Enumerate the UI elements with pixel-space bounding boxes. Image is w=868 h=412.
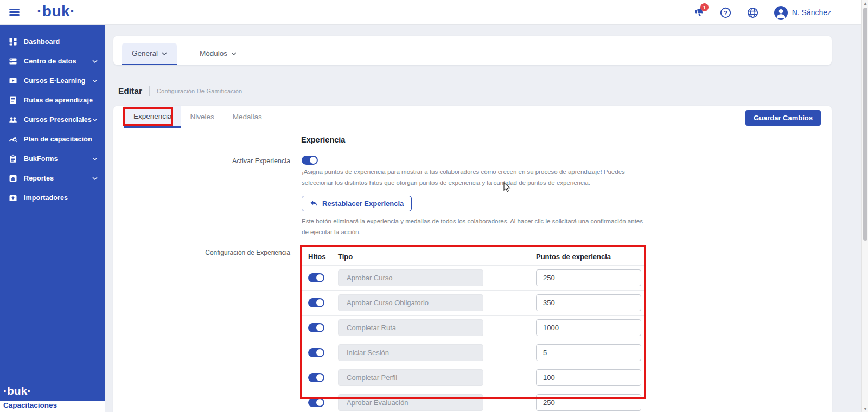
sidebar-footer-caption: Capacitaciones: [3, 401, 57, 409]
tab-modulos[interactable]: Módulos: [190, 43, 246, 65]
notifications-icon[interactable]: 1: [693, 7, 705, 18]
page-title: Editar: [118, 86, 142, 96]
undo-icon: [310, 199, 318, 208]
puntos-input[interactable]: [536, 294, 641, 311]
hito-toggle[interactable]: [308, 323, 324, 332]
user-name: N. Sánchez: [792, 8, 831, 17]
reports-icon: [9, 174, 17, 183]
tipo-input: [338, 294, 483, 311]
sidebar-item-label: Rutas de aprendizaje: [24, 96, 93, 104]
scrollbar-thumb[interactable]: [863, 8, 867, 241]
tipo-input: [338, 369, 483, 386]
help-icon[interactable]: ?: [720, 7, 732, 18]
chevron-down-icon: [162, 52, 167, 55]
tab-general[interactable]: General: [122, 43, 177, 65]
sidebar-item-label: Centro de datos: [24, 57, 76, 65]
col-header-puntos: Puntos de experiencia: [536, 253, 646, 261]
hito-toggle[interactable]: [308, 298, 324, 307]
scrollbar-down-arrow[interactable]: ▼: [862, 405, 868, 412]
breadcrumb-divider: [149, 86, 150, 96]
learning-path-icon: [9, 96, 17, 105]
sidebar-item-cursos-elearning[interactable]: Cursos E-Learning: [0, 71, 105, 91]
module-tabs-card: General Módulos: [113, 36, 832, 65]
puntos-input[interactable]: [536, 344, 641, 361]
data-center-icon: [9, 57, 17, 66]
table-row: [302, 315, 646, 340]
sidebar-item-cursos-presenciales[interactable]: Cursos Presenciales: [0, 110, 105, 130]
tipo-input: [338, 344, 483, 361]
tab-niveles-label: Niveles: [190, 113, 214, 121]
sidebar-item-label: Reportes: [24, 175, 54, 182]
table-row: [302, 365, 646, 390]
experience-description: ¡Asigna puntos de experiencia para mostr…: [302, 166, 650, 188]
dashboard-icon: [9, 37, 17, 46]
tab-medallas[interactable]: Medallas: [224, 106, 271, 128]
puntos-input[interactable]: [536, 319, 641, 336]
col-header-tipo: Tipo: [338, 253, 536, 261]
user-menu[interactable]: N. Sánchez: [774, 6, 831, 20]
elearning-icon: [9, 76, 17, 85]
sidebar-footer-logo: ·buk·: [3, 384, 31, 397]
tipo-input: [338, 394, 483, 411]
tab-general-label: General: [132, 49, 158, 57]
puntos-input[interactable]: [536, 369, 641, 386]
sidebar-item-importadores[interactable]: Importadores: [0, 188, 105, 208]
chevron-down-icon: [92, 79, 98, 82]
config-experience-label: Configuración de Experiencia: [149, 249, 290, 256]
top-navbar: ·buk· 1 ?: [0, 0, 868, 25]
tab-experiencia-label: Experiencia: [133, 112, 172, 120]
reset-experience-button[interactable]: Restablacer Experiencia: [302, 196, 412, 211]
activate-experience-label: Activar Experiencia: [149, 157, 290, 165]
tipo-input: [338, 269, 483, 286]
sidebar-item-label: BukForms: [24, 155, 58, 163]
language-globe-icon[interactable]: [747, 7, 759, 18]
tab-modulos-label: Módulos: [200, 49, 227, 57]
experience-table-header: Hitos Tipo Puntos de experiencia: [302, 248, 646, 265]
puntos-input[interactable]: [536, 394, 641, 411]
tab-medallas-label: Medallas: [233, 113, 262, 121]
tipo-input: [338, 319, 483, 336]
sidebar-item-centro-de-datos[interactable]: Centro de datos: [0, 52, 105, 71]
hito-toggle[interactable]: [308, 273, 324, 282]
sidebar-item-plan-capacitacion[interactable]: Plan de capacitación: [0, 130, 105, 149]
importers-icon: [9, 194, 17, 202]
sidebar-item-label: Cursos E-Learning: [24, 77, 86, 85]
save-changes-button[interactable]: Guardar Cambios: [745, 110, 821, 126]
table-row: [302, 390, 646, 412]
table-row: [302, 290, 646, 315]
notification-badge: 1: [700, 3, 709, 11]
chevron-down-icon: [231, 52, 237, 55]
sidebar-item-label: Cursos Presenciales: [24, 116, 92, 124]
scrollbar-up-arrow[interactable]: ▲: [862, 0, 868, 7]
training-plan-icon: [9, 135, 17, 144]
section-heading: Experiencia: [301, 136, 345, 144]
vertical-scrollbar: ▲ ▼: [861, 0, 868, 412]
experience-table: Hitos Tipo Puntos de experiencia: [302, 248, 646, 412]
sidebar-item-rutas-aprendizaje[interactable]: Rutas de aprendizaje: [0, 91, 105, 110]
sidebar: Dashboard Centro de datos Cursos E-Learn…: [0, 25, 105, 401]
hito-toggle[interactable]: [308, 373, 324, 382]
people-icon: [9, 115, 17, 124]
tab-niveles[interactable]: Niveles: [181, 106, 224, 128]
activate-experience-toggle[interactable]: [302, 156, 318, 165]
col-header-hitos: Hitos: [308, 253, 338, 261]
tab-experiencia[interactable]: Experiencia: [124, 106, 181, 128]
sidebar-item-dashboard[interactable]: Dashboard: [0, 32, 105, 52]
table-row: [302, 340, 646, 365]
svg-text:?: ?: [724, 9, 727, 16]
sidebar-item-bukforms[interactable]: BukForms: [0, 149, 105, 169]
breadcrumb-section: Configuración De Gamificación: [157, 88, 242, 94]
sidebar-item-reportes[interactable]: Reportes: [0, 169, 105, 188]
sidebar-item-label: Importadores: [24, 194, 68, 202]
page-tabs: Experiencia Niveles Medallas Guardar Cam…: [113, 106, 832, 128]
sidebar-item-label: Plan de capacitación: [24, 136, 92, 143]
chevron-down-icon: [92, 118, 98, 121]
navbar-right-cluster: 1 ?: [693, 0, 831, 25]
hito-toggle[interactable]: [308, 398, 324, 407]
puntos-input[interactable]: [536, 269, 641, 286]
chevron-down-icon: [92, 157, 98, 160]
menu-icon[interactable]: [9, 9, 20, 16]
hito-toggle[interactable]: [308, 348, 324, 357]
table-row: [302, 265, 646, 290]
buk-logo: ·buk·: [37, 3, 75, 20]
